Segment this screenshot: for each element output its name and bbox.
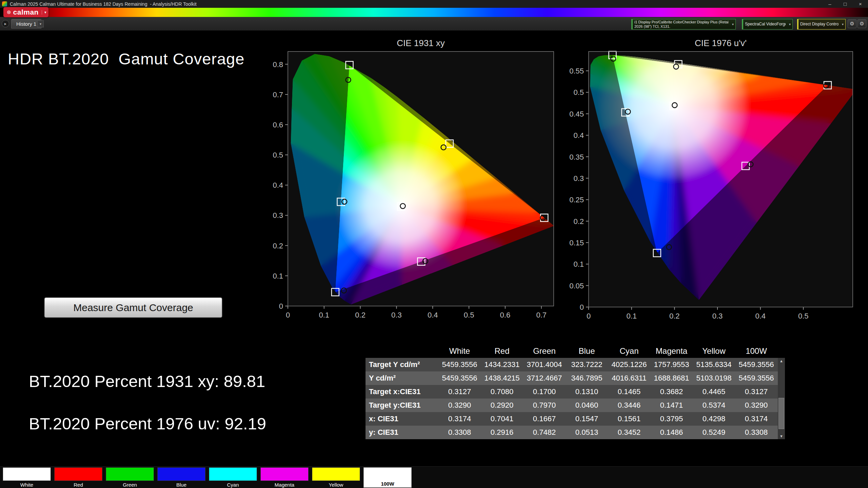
column-header-red: Red (481, 344, 523, 358)
table-cell: 0.7970 (523, 399, 566, 412)
table-cell: 0.3452 (608, 426, 650, 439)
maximize-button[interactable]: □ (837, 0, 853, 8)
display-control-dropdown[interactable]: Direct Display Control ▾ (797, 19, 846, 29)
chart1-svg: 00.10.20.30.40.50.60.700.10.20.30.40.50.… (252, 32, 569, 324)
table-cell: 0.7080 (481, 385, 523, 399)
table-row: Y cd/m²5459.35561438.42153712.4667346.78… (366, 371, 785, 385)
pattern-swatch-list: WhiteRedGreenBlueCyanMagentaYellow100W (3, 467, 412, 488)
table-row: y: CIE310.33080.29160.74820.05130.34520.… (366, 426, 785, 439)
pattern-swatch-label: Yellow (312, 482, 360, 488)
svg-text:0.3: 0.3 (273, 211, 283, 220)
meter-dropdown[interactable]: i1 Display Pro/Calibrite ColorChecker Di… (631, 19, 736, 29)
svg-text:0.5: 0.5 (464, 311, 474, 319)
rainbow-strip (0, 8, 868, 17)
pattern-bar: WhiteRedGreenBlueCyanMagentaYellow100W ▦… (0, 466, 868, 488)
column-header-blue: Blue (566, 344, 608, 358)
table-cell: 1757.9553 (650, 358, 693, 371)
window-controls: – □ × (822, 0, 868, 8)
row-label: Target x:CIE31 (366, 385, 438, 399)
column-header-green: Green (523, 344, 566, 358)
pattern-swatch-white[interactable] (3, 467, 51, 481)
measurement-table: WhiteRedGreenBlueCyanMagentaYellow100W T… (366, 344, 785, 440)
meter-dropdown-line1: i1 Display Pro/Calibrite ColorChecker Di… (634, 20, 729, 24)
pattern-swatch-label: White (3, 482, 51, 488)
svg-text:0.2: 0.2 (355, 311, 366, 319)
pattern-swatch-cell: 100W (363, 467, 412, 488)
tab-scroll-button[interactable]: ▸ (2, 20, 9, 27)
pattern-swatch-red[interactable] (54, 467, 102, 481)
table-row: Target x:CIE310.31270.70800.17000.13100.… (366, 385, 785, 399)
svg-text:0.1: 0.1 (573, 260, 584, 268)
scroll-up-icon[interactable]: ▲ (778, 358, 785, 364)
svg-text:0.5: 0.5 (798, 312, 809, 320)
pattern-swatch-cell: Red (54, 467, 102, 488)
pattern-swatch-cell: Magenta (260, 467, 309, 488)
measure-gamut-coverage-button[interactable]: Measure Gamut Coverage (44, 298, 222, 318)
pattern-swatch-cell: Cyan (209, 467, 257, 488)
svg-text:0.1: 0.1 (273, 272, 283, 280)
pattern-swatch-label: Red (54, 482, 102, 488)
table-cell: 0.1700 (523, 385, 566, 399)
table-scrollbar[interactable]: ▲ ▼ (778, 358, 785, 439)
pattern-swatch-yellow[interactable] (312, 467, 360, 481)
generator-dropdown[interactable]: SpectraCal VideoForge Pro ▾ (742, 19, 793, 29)
table-row: x: CIE310.31740.70410.16670.15470.15610.… (366, 412, 785, 426)
tab-history-1[interactable]: History 1 (11, 19, 41, 28)
table-cell: 0.1486 (650, 426, 693, 439)
logo-menu-arrow-icon[interactable]: ▾ (42, 10, 46, 15)
chevron-down-icon: ▾ (730, 22, 735, 26)
svg-text:0.05: 0.05 (569, 282, 584, 290)
scrollbar-thumb[interactable] (778, 398, 784, 429)
table-cell: 3712.4667 (523, 371, 566, 385)
settings-gear-button[interactable]: ⚙ (848, 19, 856, 28)
close-button[interactable]: × (853, 0, 868, 8)
svg-text:0.35: 0.35 (569, 153, 584, 161)
table-cell: 0.2920 (481, 399, 523, 412)
workflow-gear-button[interactable]: ⚙ (857, 19, 866, 28)
table-cell: 0.1465 (608, 385, 650, 399)
table-cell: 0.1547 (566, 412, 608, 426)
table-cell: 1434.2331 (481, 358, 523, 371)
svg-text:0.45: 0.45 (569, 110, 584, 118)
svg-text:0.4: 0.4 (755, 312, 766, 320)
pattern-swatch-cell: Blue (157, 467, 205, 488)
pattern-swatch-blue[interactable] (157, 467, 205, 481)
table-cell: 0.1561 (608, 412, 650, 426)
table-cell: 5459.3556 (438, 358, 481, 371)
table-cell: 3701.4004 (523, 358, 566, 371)
tab-list-button[interactable]: ▾ (37, 20, 44, 27)
table-cell: 1688.8681 (650, 371, 693, 385)
table-cell: 0.3290 (735, 399, 777, 412)
pattern-swatch-cyan[interactable] (209, 467, 257, 481)
minimize-button[interactable]: – (822, 0, 837, 8)
table-cell: 0.5374 (693, 399, 735, 412)
column-header-100w: 100W (735, 344, 777, 358)
table-cell: 5459.3556 (438, 371, 481, 385)
svg-text:0: 0 (279, 302, 283, 310)
scroll-down-icon[interactable]: ▼ (778, 433, 785, 439)
svg-text:0.6: 0.6 (500, 311, 511, 319)
bt2020-percent-1931-result: BT.2020 Percent 1931 xy: 89.81 (29, 372, 265, 391)
table-cell: 1438.4215 (481, 371, 523, 385)
pattern-swatch-green[interactable] (106, 467, 154, 481)
svg-text:0.1: 0.1 (626, 312, 637, 320)
table-row: Target Y cd/m²5459.35561434.23313701.400… (366, 358, 785, 371)
pattern-swatch-magenta[interactable] (260, 467, 309, 481)
table-cell: 0.7482 (523, 426, 566, 439)
pattern-swatch-cell: Yellow (312, 467, 360, 488)
table-cell: 0.3682 (650, 385, 693, 399)
pattern-swatch-100w[interactable]: 100W (363, 467, 412, 488)
page-title: HDR BT.2020 Gamut Coverage (8, 49, 244, 68)
calman-logo[interactable]: ⊛ calman ▾ (3, 7, 48, 17)
chart-title: CIE 1976 u'v' (695, 38, 747, 48)
table-cell: 0.0513 (566, 426, 608, 439)
row-label: Target Y cd/m² (366, 358, 438, 371)
pattern-swatch-cell: Green (106, 467, 154, 488)
svg-text:0.2: 0.2 (573, 217, 584, 226)
bt2020-percent-1976-result: BT.2020 Percent 1976 uv: 92.19 (29, 414, 266, 433)
table-row: Target y:CIE310.32900.29200.79700.04600.… (366, 399, 785, 412)
table-cell: 5103.0198 (693, 371, 735, 385)
column-header-white: White (438, 344, 481, 358)
table-cell: 0.3174 (438, 412, 481, 426)
table-cell: 0.3308 (735, 426, 777, 439)
